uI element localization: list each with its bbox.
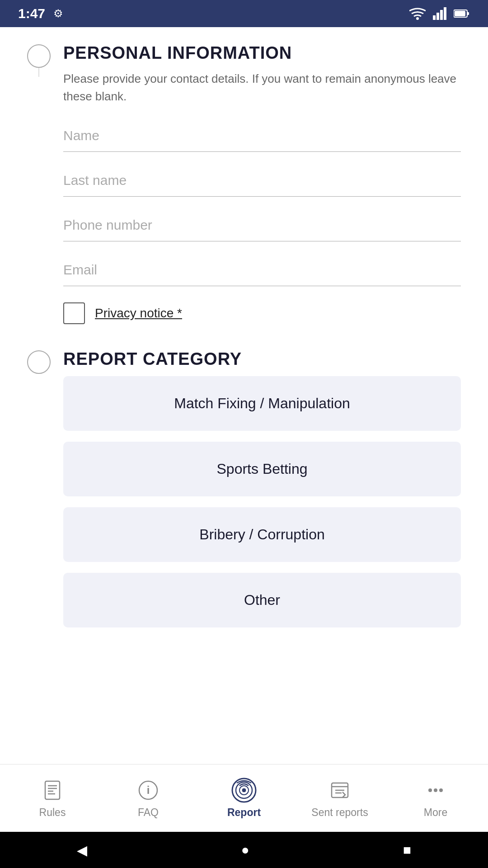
category-bribery[interactable]: Bribery / Corruption bbox=[63, 507, 461, 562]
timeline-personal bbox=[27, 41, 51, 77]
svg-point-25 bbox=[439, 788, 443, 792]
name-field bbox=[63, 123, 461, 152]
android-home-btn[interactable]: ● bbox=[241, 842, 249, 858]
battery-icon bbox=[454, 9, 470, 18]
status-time: 1:47 bbox=[18, 6, 45, 21]
email-field bbox=[63, 258, 461, 286]
svg-rect-4 bbox=[444, 7, 446, 20]
phone-field bbox=[63, 213, 461, 241]
privacy-row: Privacy notice * bbox=[63, 302, 461, 324]
category-sports-betting[interactable]: Sports Betting bbox=[63, 442, 461, 496]
nav-rules[interactable]: Rules bbox=[5, 778, 100, 819]
nav-faq[interactable]: i FAQ bbox=[100, 778, 196, 819]
nav-report-label: Report bbox=[227, 807, 261, 819]
phone-input[interactable] bbox=[63, 213, 461, 237]
lastname-input[interactable] bbox=[63, 168, 461, 193]
svg-rect-3 bbox=[440, 10, 443, 20]
wifi-icon bbox=[409, 7, 426, 20]
signal-icon bbox=[433, 7, 446, 20]
settings-icon: ⚙ bbox=[53, 7, 63, 20]
nav-sent-reports-label: Sent reports bbox=[311, 807, 368, 819]
svg-point-24 bbox=[434, 788, 437, 792]
status-bar: 1:47 ⚙ bbox=[0, 0, 488, 27]
category-other[interactable]: Other bbox=[63, 573, 461, 627]
personal-info-title: PERSONAL INFORMATION bbox=[63, 41, 461, 63]
bottom-nav: Rules i FAQ Report bbox=[0, 764, 488, 832]
android-back-btn[interactable]: ◀ bbox=[77, 842, 87, 858]
report-category-section: REPORT CATEGORY Match Fixing / Manipulat… bbox=[27, 347, 461, 656]
main-content: PERSONAL INFORMATION Please provide your… bbox=[0, 27, 488, 764]
privacy-label[interactable]: Privacy notice * bbox=[95, 306, 182, 321]
nav-more-label: More bbox=[424, 807, 447, 819]
svg-rect-8 bbox=[45, 781, 60, 799]
privacy-checkbox[interactable] bbox=[63, 302, 85, 324]
svg-point-23 bbox=[428, 788, 432, 792]
personal-info-subtitle: Please provide your contact details. If … bbox=[63, 70, 461, 105]
report-category-content: REPORT CATEGORY Match Fixing / Manipulat… bbox=[63, 347, 461, 656]
nav-faq-label: FAQ bbox=[138, 807, 159, 819]
report-icon bbox=[231, 778, 257, 803]
lastname-field bbox=[63, 168, 461, 197]
nav-report[interactable]: Report bbox=[196, 778, 292, 819]
nav-more[interactable]: More bbox=[388, 778, 483, 819]
rules-icon bbox=[40, 778, 65, 803]
svg-rect-1 bbox=[433, 15, 436, 20]
timeline-category bbox=[27, 347, 51, 374]
svg-point-18 bbox=[242, 788, 246, 792]
timeline-circle-1 bbox=[27, 44, 51, 68]
nav-sent-reports[interactable]: Sent reports bbox=[292, 778, 388, 819]
svg-rect-7 bbox=[467, 12, 469, 15]
svg-rect-2 bbox=[436, 13, 439, 20]
report-category-title: REPORT CATEGORY bbox=[63, 347, 461, 369]
android-recents-btn[interactable]: ■ bbox=[403, 842, 411, 858]
nav-rules-label: Rules bbox=[39, 807, 66, 819]
timeline-line-1 bbox=[38, 68, 40, 77]
sent-reports-icon bbox=[327, 778, 352, 803]
faq-icon: i bbox=[136, 778, 161, 803]
more-icon bbox=[423, 778, 448, 803]
name-input[interactable] bbox=[63, 123, 461, 148]
timeline-circle-2 bbox=[27, 350, 51, 374]
android-nav: ◀ ● ■ bbox=[0, 832, 488, 868]
personal-info-content: PERSONAL INFORMATION Please provide your… bbox=[63, 41, 461, 347]
personal-info-section: PERSONAL INFORMATION Please provide your… bbox=[27, 41, 461, 347]
svg-point-0 bbox=[416, 17, 419, 20]
email-input[interactable] bbox=[63, 258, 461, 282]
svg-rect-6 bbox=[455, 11, 465, 16]
category-match-fixing[interactable]: Match Fixing / Manipulation bbox=[63, 376, 461, 431]
svg-text:i: i bbox=[147, 784, 150, 796]
